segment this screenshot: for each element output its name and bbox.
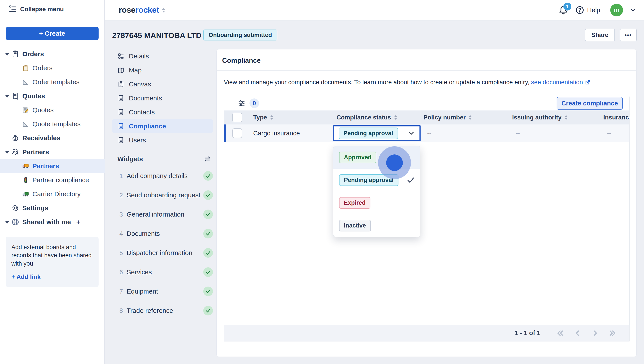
status-select-active-cell[interactable]: Pending approval	[333, 125, 420, 141]
widget-item-services[interactable]: 6 Services	[112, 265, 213, 279]
tab-canvas[interactable]: Canvas	[112, 77, 213, 91]
chevron-down-icon[interactable]	[408, 130, 415, 137]
column-header-compliance-status[interactable]: Compliance status	[333, 110, 420, 124]
tab-documents[interactable]: Documents	[112, 91, 213, 105]
record-nav: Details Map Canvas Documents	[112, 49, 213, 147]
traffic-light-icon	[22, 176, 29, 184]
sidebar-item-partner-compliance[interactable]: Partner compliance	[0, 173, 105, 187]
create-compliance-button[interactable]: Create compliance	[557, 97, 623, 110]
column-header-insurance[interactable]: Insurance	[600, 110, 629, 124]
next-page-button[interactable]	[591, 329, 599, 338]
column-header-issuing-authority[interactable]: Issuing authority	[509, 110, 600, 124]
account-chevron-down-icon[interactable]	[629, 7, 636, 13]
cell-issuing-authority[interactable]: --	[509, 124, 600, 142]
cell-policy-number[interactable]: --	[420, 124, 509, 142]
widget-item-dispatcher-information[interactable]: 5 Dispatcher information	[112, 246, 213, 260]
first-page-button[interactable]	[556, 329, 564, 338]
widget-item-add-company-details[interactable]: 1 Add company details	[112, 169, 213, 183]
status-option-expired[interactable]: Expired	[333, 192, 420, 214]
roserocket-logo[interactable]: rose rocket	[119, 0, 165, 20]
sort-icon[interactable]	[394, 115, 397, 120]
widget-item-equipment[interactable]: 7 Equipment	[112, 284, 213, 298]
widget-number: 2	[119, 192, 123, 199]
sidebar-item-orders-section[interactable]: Orders	[0, 47, 105, 61]
tab-map[interactable]: Map	[112, 63, 213, 77]
caret-down-icon[interactable]	[5, 221, 10, 224]
more-actions-button[interactable]: •••	[620, 29, 637, 41]
gear-icon	[12, 204, 19, 212]
sidebar-item-receivables[interactable]: Receivables	[0, 131, 105, 145]
cell-insurance[interactable]: --	[600, 124, 629, 142]
main-sidebar: Collapse menu + Create Orders Orders	[0, 0, 105, 364]
sidebar-item-carrier-directory[interactable]: Carrier Directory	[0, 187, 105, 201]
sidebar-item-partners-section[interactable]: Partners	[0, 145, 105, 159]
green-truck-icon	[22, 190, 29, 198]
logo-switcher-icon[interactable]	[162, 8, 165, 12]
share-button[interactable]: Share	[585, 29, 615, 41]
prev-page-button[interactable]	[573, 329, 582, 338]
collapse-menu-button[interactable]: Collapse menu	[9, 5, 64, 13]
reorder-widgets-icon[interactable]	[203, 155, 211, 163]
widget-number: 6	[119, 268, 123, 276]
row-checkbox[interactable]	[233, 128, 242, 138]
widget-number: 1	[119, 172, 123, 180]
sidebar-item-shared-with-me[interactable]: Shared with me +	[0, 215, 105, 229]
column-header-policy-number[interactable]: Policy number	[420, 110, 509, 124]
sidebar-item-orders[interactable]: Orders	[0, 61, 105, 75]
file-text-icon	[117, 137, 124, 144]
see-documentation-link[interactable]: see documentation	[531, 79, 591, 86]
notifications-button[interactable]: 1	[558, 5, 569, 15]
check-circle-icon	[203, 267, 213, 277]
help-button[interactable]: Help	[575, 6, 600, 15]
check-circle-icon	[203, 210, 213, 219]
caret-down-icon[interactable]	[5, 53, 10, 56]
widget-label: Add company details	[127, 172, 188, 180]
create-button[interactable]: + Create	[6, 27, 99, 40]
clipboard-icon	[117, 81, 124, 88]
select-all-checkbox[interactable]	[233, 113, 242, 122]
widget-item-documents[interactable]: 4 Documents	[112, 226, 213, 240]
widget-item-trade-reference[interactable]: 8 Trade reference	[112, 304, 213, 318]
table-row[interactable]: Cargo insurance -- -- --	[224, 124, 629, 142]
widget-label: Send onboarding request	[127, 192, 200, 199]
last-page-button[interactable]	[608, 329, 617, 338]
sort-icon[interactable]	[270, 115, 273, 120]
add-shared-board-icon[interactable]: +	[76, 218, 81, 226]
add-link-button[interactable]: + Add link	[12, 274, 93, 280]
caret-down-icon[interactable]	[5, 151, 10, 154]
sidebar-item-quotes[interactable]: Quotes	[0, 103, 105, 117]
widget-label: Trade reference	[127, 307, 173, 314]
status-option-pending-approval[interactable]: Pending approval	[333, 169, 420, 192]
widget-list: 1 Add company details 2 Send onboarding …	[112, 169, 213, 323]
tab-compliance[interactable]: Compliance	[112, 119, 213, 133]
status-option-inactive[interactable]: Inactive	[333, 214, 420, 237]
sort-icon[interactable]	[565, 115, 568, 120]
tab-details[interactable]: Details	[112, 49, 213, 63]
external-link-icon	[585, 79, 591, 85]
widget-item-send-onboarding-request[interactable]: 2 Send onboarding request	[112, 188, 213, 202]
check-circle-icon	[203, 229, 213, 238]
avatar[interactable]: m	[610, 4, 623, 16]
doc-link-label: see documentation	[531, 79, 583, 86]
column-header-type[interactable]: Type	[250, 110, 333, 124]
status-dropdown-menu: Approved Pending approval Expired Inacti…	[333, 146, 420, 237]
filter-count-badge: 0	[250, 98, 259, 108]
widget-number: 7	[119, 288, 123, 295]
sidebar-item-settings[interactable]: Settings	[0, 201, 105, 215]
memo-pencil-icon	[22, 106, 29, 114]
sidebar-item-order-templates[interactable]: Order templates	[0, 75, 105, 89]
filters-button[interactable]: 0	[238, 96, 259, 110]
sidebar-item-quote-templates[interactable]: Quote templates	[0, 117, 105, 131]
tab-users[interactable]: Users	[112, 133, 213, 147]
widget-item-general-information[interactable]: 3 General information	[112, 208, 213, 222]
tab-label: Documents	[129, 94, 162, 102]
status-option-approved[interactable]: Approved	[333, 146, 420, 169]
caret-down-icon[interactable]	[5, 95, 10, 98]
compliance-table: 0 Create compliance Type Compliance stat…	[224, 96, 629, 342]
sidebar-item-quotes-section[interactable]: Quotes	[0, 89, 105, 103]
page-title: 2787645 MANITOBA LTD	[112, 31, 201, 40]
sidebar-item-partners[interactable]: Partners	[0, 159, 105, 173]
cell-type[interactable]: Cargo insurance	[250, 124, 333, 142]
sort-icon[interactable]	[469, 115, 472, 120]
tab-contacts[interactable]: Contacts	[112, 105, 213, 119]
